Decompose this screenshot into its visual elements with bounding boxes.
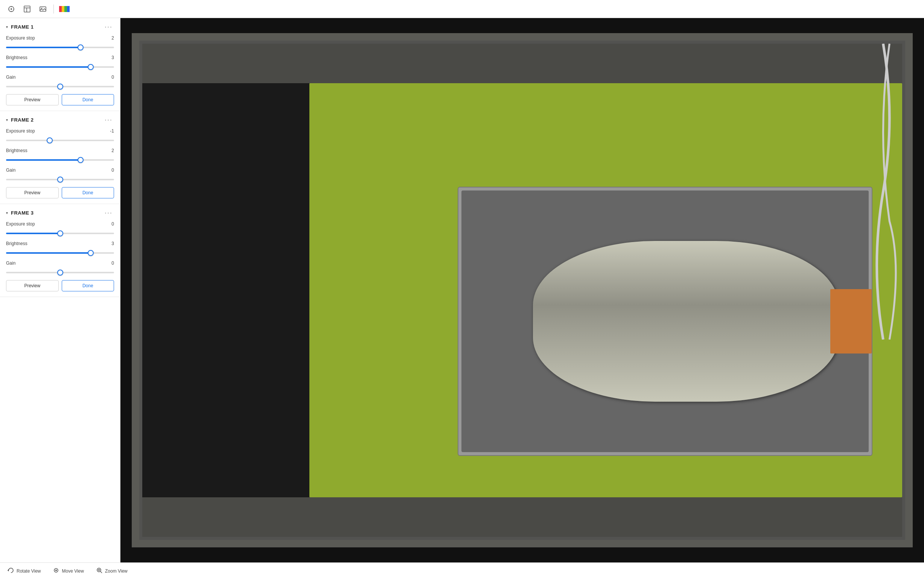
frame1-header: ▾ FRAME 1 ···	[6, 23, 114, 30]
select-tool-button[interactable]	[5, 2, 18, 16]
frame3-gain-value: 0	[106, 260, 114, 266]
frame3-done-button[interactable]: Done	[62, 280, 114, 291]
svg-point-5	[11, 8, 12, 10]
frame3-title-group: ▾ FRAME 3	[6, 210, 34, 216]
frame3-preview-button[interactable]: Preview	[6, 280, 59, 291]
move-view-label: Move View	[62, 568, 83, 574]
frame2-exposure-slider-container	[6, 136, 114, 143]
frame3-gain-row: Gain 0	[6, 260, 114, 266]
left-panel: ▾ FRAME 1 ··· Exposure stop 2 Brightness…	[0, 18, 121, 563]
img-black-area	[142, 83, 309, 497]
frame1-done-button[interactable]: Done	[62, 94, 114, 105]
frame2-header: ▾ FRAME 2 ···	[6, 116, 114, 123]
frame2-gain-label: Gain	[6, 167, 15, 173]
frame1-brightness-value: 3	[106, 55, 114, 60]
frame2-brightness-row: Brightness 2	[6, 148, 114, 153]
frame2-exposure-row: Exposure stop -1	[6, 128, 114, 134]
frame2-exposure-slider[interactable]	[6, 140, 114, 141]
frame2-exposure-value: -1	[106, 128, 114, 134]
frame1-brightness-slider-container	[6, 62, 114, 69]
frame3-section: ▾ FRAME 3 ··· Exposure stop 0 Brightness…	[0, 204, 120, 297]
frame1-gain-slider-container	[6, 82, 114, 89]
table-tool-button[interactable]	[20, 2, 34, 16]
frame2-gain-slider[interactable]	[6, 179, 114, 180]
frame1-exposure-value: 2	[106, 35, 114, 41]
frame3-gain-label: Gain	[6, 260, 15, 266]
frame3-header: ▾ FRAME 3 ···	[6, 209, 114, 216]
frame1-gain-value: 0	[106, 75, 114, 80]
frame1-exposure-label: Exposure stop	[6, 35, 35, 41]
frame1-exposure-slider[interactable]	[6, 47, 114, 48]
frame3-gain-slider[interactable]	[6, 272, 114, 273]
frame2-title-group: ▾ FRAME 2	[6, 117, 34, 123]
img-cylinder	[533, 241, 839, 402]
move-view-item[interactable]: Move View	[53, 567, 83, 575]
rotate-view-item[interactable]: Rotate View	[8, 567, 41, 575]
frame1-gain-row: Gain 0	[6, 75, 114, 80]
image-tool-button[interactable]	[36, 2, 50, 16]
frame3-brightness-label: Brightness	[6, 241, 28, 246]
frame2-btn-row: Preview Done	[6, 187, 114, 198]
svg-rect-6	[24, 6, 30, 12]
rotate-view-label: Rotate View	[16, 568, 41, 574]
frame1-brightness-slider[interactable]	[6, 66, 114, 68]
svg-point-17	[56, 569, 57, 571]
img-tray	[458, 187, 872, 456]
frame3-more-button[interactable]: ···	[103, 209, 114, 216]
img-wire-area	[864, 44, 902, 340]
toolbar-divider	[54, 5, 54, 13]
frame2-exposure-label: Exposure stop	[6, 128, 35, 134]
frame3-chevron-icon[interactable]: ▾	[6, 211, 8, 215]
frame3-brightness-row: Brightness 3	[6, 241, 114, 246]
zoom-view-label: Zoom View	[105, 568, 127, 574]
frame2-chevron-icon[interactable]: ▾	[6, 118, 8, 122]
frame3-brightness-slider[interactable]	[6, 252, 114, 254]
img-dark-right	[913, 18, 924, 563]
frame2-done-button[interactable]: Done	[62, 187, 114, 198]
frame1-gain-slider[interactable]	[6, 86, 114, 87]
frame1-more-button[interactable]: ···	[103, 23, 114, 30]
frame1-title-group: ▾ FRAME 1	[6, 24, 34, 30]
frame2-brightness-slider[interactable]	[6, 159, 114, 161]
img-dark-bottom	[121, 547, 924, 563]
frame2-gain-row: Gain 0	[6, 167, 114, 173]
frame3-btn-row: Preview Done	[6, 280, 114, 291]
svg-rect-13	[64, 6, 67, 12]
img-green-mat	[309, 83, 902, 497]
frame3-exposure-slider[interactable]	[6, 233, 114, 234]
svg-rect-12	[62, 6, 64, 12]
svg-rect-11	[59, 6, 62, 12]
frame3-exposure-row: Exposure stop 0	[6, 221, 114, 227]
frame3-exposure-label: Exposure stop	[6, 221, 35, 227]
svg-marker-15	[8, 569, 9, 571]
frame2-title: FRAME 2	[11, 117, 34, 123]
frame1-exposure-row: Exposure stop 2	[6, 35, 114, 41]
zoom-view-item[interactable]: Zoom View	[96, 567, 127, 575]
frame2-section: ▾ FRAME 2 ··· Exposure stop -1 Brightnes…	[0, 111, 120, 204]
image-area	[121, 18, 924, 563]
img-carpet	[132, 33, 913, 547]
frame2-gain-value: 0	[106, 167, 114, 173]
top-toolbar	[0, 0, 924, 18]
frame1-btn-row: Preview Done	[6, 94, 114, 105]
rotate-icon	[8, 567, 14, 575]
frame2-more-button[interactable]: ···	[103, 116, 114, 123]
frame2-brightness-value: 2	[106, 148, 114, 153]
frame2-preview-button[interactable]: Preview	[6, 187, 59, 198]
main-content: ▾ FRAME 1 ··· Exposure stop 2 Brightness…	[0, 18, 924, 563]
frame2-brightness-slider-container	[6, 155, 114, 162]
simulated-image	[121, 18, 924, 563]
frame3-brightness-slider-container	[6, 249, 114, 255]
frame3-gain-slider-container	[6, 268, 114, 275]
frame1-preview-button[interactable]: Preview	[6, 94, 59, 105]
frame2-gain-slider-container	[6, 175, 114, 182]
frame3-exposure-slider-container	[6, 229, 114, 236]
frame2-brightness-label: Brightness	[6, 148, 28, 153]
color-palette-button[interactable]	[57, 2, 71, 16]
svg-rect-14	[67, 6, 70, 12]
frame1-chevron-icon[interactable]: ▾	[6, 25, 8, 29]
img-dark-top	[121, 18, 924, 33]
svg-line-19	[101, 571, 102, 573]
frame3-title: FRAME 3	[11, 210, 34, 216]
frame1-exposure-slider-container	[6, 43, 114, 50]
